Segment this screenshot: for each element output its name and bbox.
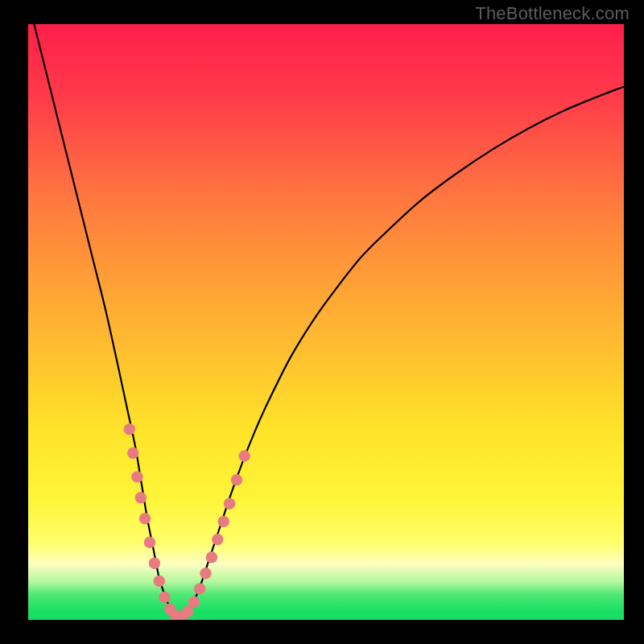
- marker-dot: [218, 516, 229, 527]
- marker-dot: [200, 568, 211, 579]
- marker-dot: [144, 537, 155, 548]
- watermark-text: TheBottleneck.com: [475, 3, 630, 24]
- plot-area: [28, 24, 624, 620]
- gradient-background: [28, 24, 624, 620]
- marker-dot: [124, 423, 135, 435]
- marker-dot: [194, 583, 205, 594]
- marker-dot: [206, 551, 217, 563]
- marker-dot: [127, 448, 138, 459]
- marker-dot: [135, 492, 147, 503]
- marker-dot: [212, 534, 223, 545]
- marker-dot: [131, 471, 142, 482]
- marker-dot: [149, 558, 160, 569]
- marker-dot: [238, 450, 250, 461]
- marker-dot: [154, 576, 165, 587]
- marker-dot: [159, 592, 170, 603]
- marker-dot: [139, 513, 151, 524]
- marker-dot: [188, 597, 200, 608]
- plot-svg: [28, 24, 624, 620]
- outer-frame: TheBottleneck.com: [0, 0, 644, 644]
- marker-dot: [231, 474, 242, 485]
- marker-dot: [224, 498, 235, 510]
